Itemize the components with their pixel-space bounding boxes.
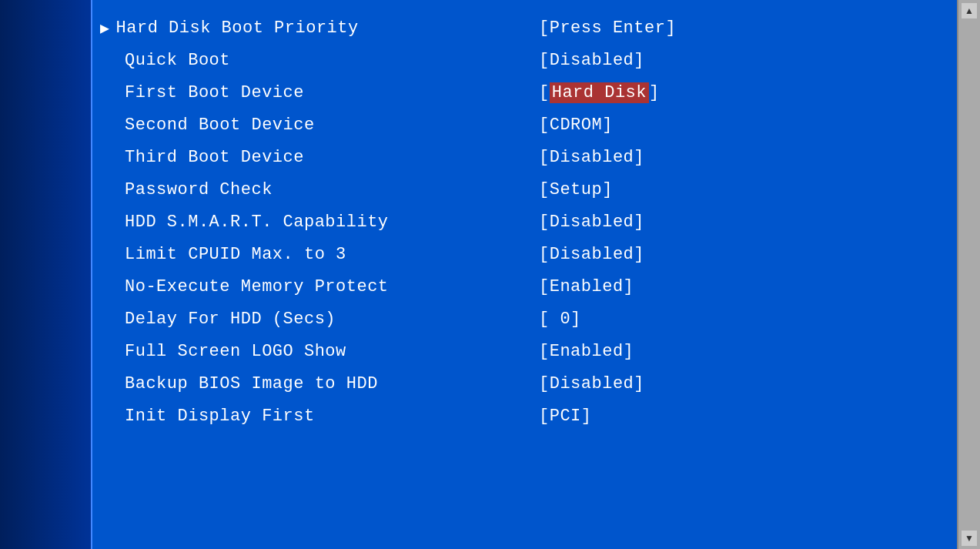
bios-label-third-boot-device: Third Boot Device xyxy=(100,148,539,167)
bios-label-text-init-display-first: Init Display First xyxy=(125,407,315,426)
bios-value-hard-disk-boot-priority[interactable]: [Press Enter] xyxy=(539,18,676,38)
bios-value-limit-cpuid-max[interactable]: [Disabled] xyxy=(539,245,644,264)
bios-label-text-backup-bios-image-to-hdd: Backup BIOS Image to HDD xyxy=(125,374,378,393)
bios-label-second-boot-device: Second Boot Device xyxy=(100,115,539,135)
bios-label-full-screen-logo-show: Full Screen LOGO Show xyxy=(100,342,539,361)
bios-label-text-quick-boot: Quick Boot xyxy=(125,51,230,70)
bios-label-text-hdd-smart-capability: HDD S.M.A.R.T. Capability xyxy=(125,213,389,232)
bios-row-init-display-first[interactable]: Init Display First[PCI] xyxy=(100,400,949,432)
bios-row-second-boot-device[interactable]: Second Boot Device[CDROM] xyxy=(100,109,949,141)
bios-row-limit-cpuid-max[interactable]: Limit CPUID Max. to 3[Disabled] xyxy=(100,238,949,270)
bios-content: ▶Hard Disk Boot Priority[Press Enter]Qui… xyxy=(100,12,949,537)
bios-label-text-first-boot-device: First Boot Device xyxy=(125,83,304,102)
bios-label-no-execute-memory-protect: No-Execute Memory Protect xyxy=(100,277,539,296)
scrollbar-arrow-up[interactable]: ▲ xyxy=(962,3,977,18)
bios-row-password-check[interactable]: Password Check[Setup] xyxy=(100,173,949,206)
bios-label-text-hard-disk-boot-priority: Hard Disk Boot Priority xyxy=(116,18,359,38)
bios-value-no-execute-memory-protect[interactable]: [Enabled] xyxy=(539,277,634,296)
bios-row-hard-disk-boot-priority[interactable]: ▶Hard Disk Boot Priority[Press Enter] xyxy=(100,12,949,44)
bios-label-init-display-first: Init Display First xyxy=(100,407,539,426)
bios-label-text-delay-for-hdd: Delay For HDD (Secs) xyxy=(125,310,336,329)
bios-label-hard-disk-boot-priority: ▶Hard Disk Boot Priority xyxy=(100,18,539,38)
bios-row-no-execute-memory-protect[interactable]: No-Execute Memory Protect[Enabled] xyxy=(100,270,949,303)
left-border xyxy=(0,0,92,549)
bios-label-backup-bios-image-to-hdd: Backup BIOS Image to HDD xyxy=(100,374,539,393)
bios-label-first-boot-device: First Boot Device xyxy=(100,83,539,102)
bios-value-backup-bios-image-to-hdd[interactable]: [Disabled] xyxy=(539,374,644,393)
bios-row-third-boot-device[interactable]: Third Boot Device[Disabled] xyxy=(100,141,949,173)
bios-row-first-boot-device[interactable]: First Boot Device[Hard Disk] xyxy=(100,76,949,109)
bios-label-quick-boot: Quick Boot xyxy=(100,51,539,70)
bios-row-quick-boot[interactable]: Quick Boot[Disabled] xyxy=(100,44,949,76)
bios-label-delay-for-hdd: Delay For HDD (Secs) xyxy=(100,310,539,329)
bios-row-hdd-smart-capability[interactable]: HDD S.M.A.R.T. Capability[Disabled] xyxy=(100,206,949,238)
bios-value-third-boot-device[interactable]: [Disabled] xyxy=(539,148,644,167)
bios-label-text-full-screen-logo-show: Full Screen LOGO Show xyxy=(125,342,346,361)
bios-value-init-display-first[interactable]: [PCI] xyxy=(539,407,592,426)
bios-label-text-password-check: Password Check xyxy=(125,180,273,199)
bios-value-password-check[interactable]: [Setup] xyxy=(539,180,613,199)
bios-label-password-check: Password Check xyxy=(100,180,539,199)
bios-label-limit-cpuid-max: Limit CPUID Max. to 3 xyxy=(100,245,539,264)
bios-screen: ▶Hard Disk Boot Priority[Press Enter]Qui… xyxy=(0,0,980,549)
bios-label-text-third-boot-device: Third Boot Device xyxy=(125,148,304,167)
bios-value-full-screen-logo-show[interactable]: [Enabled] xyxy=(539,342,634,361)
bios-label-text-second-boot-device: Second Boot Device xyxy=(125,115,315,135)
bios-row-backup-bios-image-to-hdd[interactable]: Backup BIOS Image to HDD[Disabled] xyxy=(100,367,949,400)
bios-value-hdd-smart-capability[interactable]: [Disabled] xyxy=(539,213,644,232)
bios-label-text-limit-cpuid-max: Limit CPUID Max. to 3 xyxy=(125,245,346,264)
bios-value-second-boot-device[interactable]: [CDROM] xyxy=(539,115,613,135)
bios-row-full-screen-logo-show[interactable]: Full Screen LOGO Show[Enabled] xyxy=(100,335,949,367)
bios-value-first-boot-device[interactable]: [Hard Disk] xyxy=(539,83,660,102)
bios-label-hdd-smart-capability: HDD S.M.A.R.T. Capability xyxy=(100,213,539,232)
row-arrow-icon: ▶ xyxy=(100,18,110,38)
scrollbar[interactable]: ▲ ▼ xyxy=(957,0,980,549)
bios-row-delay-for-hdd[interactable]: Delay For HDD (Secs)[ 0] xyxy=(100,303,949,335)
bios-value-quick-boot[interactable]: [Disabled] xyxy=(539,51,644,70)
bios-value-highlighted-first-boot-device: Hard Disk xyxy=(550,82,649,103)
bios-label-text-no-execute-memory-protect: No-Execute Memory Protect xyxy=(125,277,389,296)
bios-value-delay-for-hdd[interactable]: [ 0] xyxy=(539,310,581,329)
scrollbar-arrow-down[interactable]: ▼ xyxy=(962,531,977,546)
